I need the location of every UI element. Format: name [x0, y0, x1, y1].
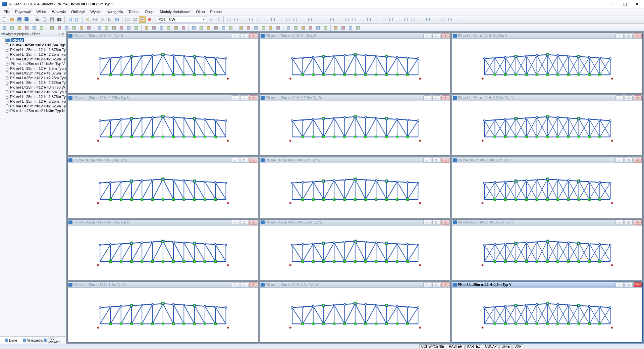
union-icon[interactable] [285, 24, 292, 31]
expand-icon[interactable]: + [6, 95, 8, 99]
model-viewport[interactable] [452, 101, 642, 156]
text-icon[interactable] [158, 24, 165, 31]
mdi-titlebar[interactable]: PK m4 L=25m n=12 H=2,25m Typ W─▢✕ [260, 157, 450, 163]
mdi-close-button[interactable]: ✕ [634, 158, 642, 163]
rotate-icon[interactable] [454, 16, 461, 23]
mdi-titlebar[interactable]: PK m4 L=25m n=12 H=1,5m Typ N─▢✕ [68, 282, 258, 288]
mdi-minimize-button[interactable]: ─ [231, 220, 239, 225]
menu-okno[interactable]: Okno [194, 9, 207, 14]
plaus-icon[interactable] [315, 24, 321, 31]
move-icon[interactable] [165, 24, 172, 31]
status-kartez[interactable]: KARTEZ [465, 344, 482, 349]
mdi-maximize-button[interactable]: ▢ [240, 158, 248, 163]
rotate2-icon[interactable] [191, 24, 197, 31]
divide-icon[interactable] [220, 24, 227, 31]
menu-plik[interactable]: Plik [1, 9, 12, 14]
expand-icon[interactable]: + [6, 43, 8, 47]
model-viewport[interactable] [452, 163, 642, 218]
mdi-close-button[interactable]: ✕ [634, 220, 642, 225]
check-icon[interactable] [307, 24, 314, 31]
mdi-maximize-button[interactable]: ▢ [240, 33, 248, 38]
mdi-minimize-button[interactable]: ─ [231, 95, 239, 100]
view-1-icon[interactable] [124, 16, 131, 23]
navigator-tree[interactable]: − RFEM +PK m4 L=25m n=12 H=1,5m Typ V+PK… [0, 37, 66, 338]
tool-icon[interactable] [99, 16, 106, 23]
mdi-maximize-button[interactable]: ▢ [240, 220, 248, 225]
mdi-minimize-button[interactable]: ─ [423, 220, 431, 225]
menu-tabela[interactable]: Tabela [126, 9, 142, 14]
model-viewport[interactable] [260, 288, 450, 342]
model-viewport[interactable] [260, 226, 450, 280]
sload-icon[interactable] [118, 24, 125, 31]
mdi-window[interactable]: PK m4 L=25m n=12 H=1,5m Typ W─▢✕ [260, 282, 450, 343]
expand-icon[interactable]: + [6, 62, 8, 66]
prev-case-icon[interactable] [208, 16, 214, 23]
expand-icon[interactable]: + [6, 81, 8, 85]
tree-item[interactable]: +PK m4 L=25m n=12 H=1,5m Typ N [0, 90, 66, 94]
mdi-titlebar[interactable]: PK m4 L=25m n=12 H=1,5m Typ V─▢✕ [452, 282, 642, 288]
maximize-button[interactable]: ▢ [619, 0, 631, 8]
calc-params-icon[interactable] [92, 16, 98, 23]
mdi-titlebar[interactable]: PK m4 L=25m n=12 H=2,625m Typ V─▢✕ [452, 95, 642, 101]
surface-icon[interactable] [23, 24, 30, 31]
calculate-icon[interactable] [84, 16, 91, 23]
mdi-close-button[interactable]: ✕ [441, 220, 449, 225]
snap-icon[interactable] [358, 16, 365, 23]
view-2-icon[interactable] [131, 16, 138, 23]
mdi-minimize-button[interactable]: ─ [615, 95, 624, 100]
model-data-icon[interactable] [114, 16, 120, 23]
model-viewport[interactable] [260, 163, 450, 218]
screenshot-icon[interactable] [56, 16, 63, 23]
mdi-close-button[interactable]: ✕ [249, 33, 257, 38]
mdi-minimize-button[interactable]: ─ [615, 158, 624, 163]
model-viewport[interactable] [260, 101, 450, 156]
zoom-all-icon[interactable] [439, 16, 446, 23]
results-table-icon[interactable] [270, 16, 276, 23]
expand-icon[interactable]: + [6, 86, 8, 89]
navigator-close-icon[interactable]: × [61, 32, 65, 36]
mdi-titlebar[interactable]: PK m4 L=25m n=12 H=1,875m Typ V─▢✕ [452, 220, 642, 226]
tree-item[interactable]: +PK m4 L=25m n=12 H=1,875m Typ W [0, 71, 66, 76]
mdi-titlebar[interactable]: PK m4 L=25m n=12 H=1,875m Typ N─▢✕ [68, 220, 258, 226]
mdi-titlebar[interactable]: PK m4 L=25m n=12 H=1,875m Typ W─▢✕ [260, 220, 450, 226]
free-load-icon[interactable] [125, 24, 132, 31]
xz-icon[interactable] [417, 16, 424, 23]
subtract-icon[interactable] [292, 24, 299, 31]
yz-icon[interactable] [425, 16, 431, 23]
model-viewport[interactable] [68, 163, 258, 218]
mdi-titlebar[interactable]: PK m4 L=25m n=12 H=3m Typ V─▢✕ [452, 33, 642, 39]
new-file-icon[interactable] [1, 16, 8, 23]
ifc-icon[interactable] [355, 24, 361, 31]
mdi-minimize-button[interactable]: ─ [423, 95, 431, 100]
line-icon[interactable] [9, 24, 15, 31]
lload-icon[interactable] [103, 24, 110, 31]
print-preview-icon[interactable] [41, 16, 48, 23]
tree-item[interactable]: +PK m4 L=25m n=12 H=2,625m Typ V [0, 57, 66, 61]
expand-icon[interactable]: + [6, 104, 8, 108]
mdi-maximize-button[interactable]: ▢ [625, 95, 633, 100]
view-4-icon[interactable] [139, 16, 146, 23]
open-file-icon[interactable] [9, 16, 15, 23]
mdi-window[interactable]: PK m4 L=25m n=12 H=2,625m Typ W─▢✕ [260, 95, 450, 156]
mdi-close-button[interactable]: ✕ [441, 158, 449, 163]
mdi-titlebar[interactable]: PK m4 L=25m n=12 H=2,625m Typ N─▢✕ [68, 95, 258, 101]
surf-info-icon[interactable] [329, 16, 335, 23]
mdi-titlebar[interactable]: PK m4 L=25m n=12 H=3m Typ W─▢✕ [260, 33, 450, 39]
mdi-window[interactable]: PK m4 L=25m n=12 H=3m Typ V─▢✕ [452, 33, 643, 94]
opening-icon[interactable] [38, 24, 45, 31]
tree-item[interactable]: +PK m4 L=25m n=12 H=2,25m Typ N [0, 99, 66, 104]
mdi-maximize-button[interactable]: ▢ [432, 282, 440, 287]
solid3d-icon[interactable] [31, 24, 38, 31]
tree-item[interactable]: +PK m4 L=25m n=12 H=3m Typ V [0, 61, 66, 66]
mdi-titlebar[interactable]: PK m4 L=25m n=12 H=2,25m Typ V─▢✕ [452, 157, 642, 163]
mdi-window[interactable]: PK m4 L=25m n=12 H=1,875m Typ N─▢✕ [67, 219, 258, 281]
menu-widok[interactable]: Widok [34, 9, 49, 14]
results-graphic-icon[interactable] [277, 16, 284, 23]
status-uchwycenie[interactable]: UCHWYCENIE [419, 344, 446, 349]
nload-icon[interactable] [96, 24, 103, 31]
menu-pomoc[interactable]: Pomoc [208, 9, 224, 14]
mdi-close-button[interactable]: ✕ [249, 220, 257, 225]
exl-icon[interactable] [340, 24, 346, 31]
intersect-icon[interactable] [300, 24, 307, 31]
mdi-minimize-button[interactable]: ─ [231, 33, 239, 38]
